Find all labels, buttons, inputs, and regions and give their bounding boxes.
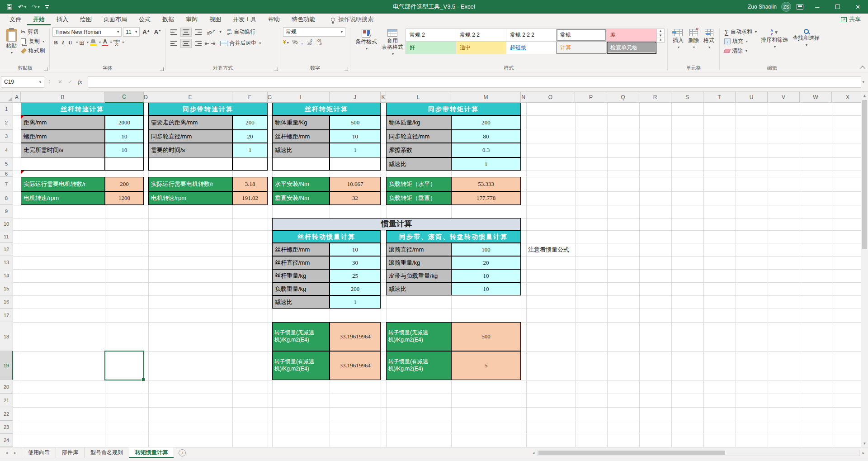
column-header-U[interactable]: U xyxy=(736,92,768,103)
menu-tab-特色功能[interactable]: 特色功能 xyxy=(286,14,321,25)
column-header-M[interactable]: M xyxy=(451,92,521,103)
ribbon-display-options-icon[interactable] xyxy=(797,4,803,10)
dialog-launcher-icon[interactable] xyxy=(344,67,348,71)
copy-button[interactable]: 复制▾ xyxy=(19,37,47,46)
sheet-nav-right-icon[interactable]: ▸ xyxy=(14,450,16,455)
column-header-C[interactable]: C xyxy=(105,92,144,103)
gallery-up-icon[interactable]: ▲ xyxy=(657,29,664,33)
row-header-5[interactable]: 5 xyxy=(0,157,13,171)
cell-L14[interactable]: 皮带与负载重量/kg xyxy=(386,269,451,282)
cell-E4[interactable]: 需要的时间/s xyxy=(148,143,232,157)
row-header-10[interactable]: 10 xyxy=(0,218,13,230)
menu-tab-视图[interactable]: 视图 xyxy=(203,14,227,25)
scroll-left-icon[interactable]: ◂ xyxy=(530,451,537,455)
minimize-button[interactable]: ─ xyxy=(807,0,827,14)
cell-O12[interactable]: 注意看惯量公式 xyxy=(528,243,604,256)
cell-M18[interactable]: 500 xyxy=(451,322,521,351)
cell-style-常规 2 2 2[interactable]: 常规 2 2 2 xyxy=(506,29,556,41)
row-header-3[interactable]: 3 xyxy=(0,130,13,143)
cell-J8[interactable]: 32 xyxy=(330,191,381,205)
avatar[interactable]: ZS xyxy=(781,2,791,12)
column-header-R[interactable]: R xyxy=(639,92,671,103)
redo-icon[interactable]: ↷▾ xyxy=(32,3,40,10)
format-as-table-button[interactable]: 套用 表格格式 ▾ xyxy=(379,27,406,58)
cell-I4[interactable]: 减速比 xyxy=(272,143,330,157)
sheet-nav-left-icon[interactable]: ◂ xyxy=(5,450,8,455)
cell-style-好[interactable]: 好 xyxy=(406,42,456,54)
cell-J18[interactable]: 33.19619964 xyxy=(330,322,381,351)
cell-B2[interactable]: 距离/mm xyxy=(21,115,105,130)
cell-style-常规 2 2[interactable]: 常规 2 2 xyxy=(456,29,506,41)
cell-J3[interactable]: 10 xyxy=(330,130,381,143)
cell-J13[interactable]: 30 xyxy=(330,256,381,269)
cell-I15[interactable]: 负载重量/kg xyxy=(272,282,330,295)
row-header-7[interactable]: 7 xyxy=(0,177,13,191)
underline-button[interactable]: U xyxy=(67,39,74,46)
align-bottom-icon[interactable] xyxy=(193,28,203,37)
sheet-tab-部件库[interactable]: 部件库 xyxy=(56,447,85,458)
menu-tab-页面布局[interactable]: 页面布局 xyxy=(98,14,133,25)
customize-toolbar-icon[interactable]: ▾ xyxy=(45,5,49,9)
orientation-icon[interactable]: ab↗ xyxy=(205,28,217,37)
row-header-21[interactable]: 21 xyxy=(0,394,13,407)
font-size-select[interactable]: 11▾ xyxy=(123,27,140,37)
align-middle-icon[interactable] xyxy=(180,28,192,37)
select-all-button[interactable] xyxy=(0,92,13,103)
sheet-tab-转矩惯量计算[interactable]: 转矩惯量计算 xyxy=(129,447,174,458)
comma-icon[interactable]: , xyxy=(301,38,303,45)
scroll-down-icon[interactable]: ▼ xyxy=(861,440,868,447)
column-header-Q[interactable]: Q xyxy=(607,92,639,103)
column-header-V[interactable]: V xyxy=(768,92,800,103)
column-header-S[interactable]: S xyxy=(671,92,703,103)
paste-button[interactable]: 粘贴 ▾ xyxy=(4,27,19,57)
cell-C8[interactable]: 1200 xyxy=(105,191,144,205)
cell-M19[interactable]: 5 xyxy=(451,351,521,380)
dialog-launcher-icon[interactable] xyxy=(160,67,164,71)
cell-F5[interactable] xyxy=(232,157,268,171)
row-header-9[interactable]: 9 xyxy=(0,205,13,218)
sort-filter-button[interactable]: AZ▼ 排序和筛选 ▾ xyxy=(759,27,790,51)
confirm-entry-icon[interactable]: ✓ xyxy=(68,79,72,85)
fill-button[interactable]: ↓填充▾ xyxy=(722,37,759,46)
vertical-scrollbar[interactable]: ▲ ▼ xyxy=(861,92,868,447)
row-header-8[interactable]: 8 xyxy=(0,191,13,205)
cell-style-常规 2[interactable]: 常规 2 xyxy=(406,29,456,41)
column-header-O[interactable]: O xyxy=(526,92,575,103)
cell-I14[interactable]: 丝杆重量/kg xyxy=(272,269,330,282)
cell-B8[interactable]: 电机转速/rpm xyxy=(21,191,105,205)
cell-M13[interactable]: 20 xyxy=(451,256,521,269)
cell-J14[interactable]: 25 xyxy=(330,269,381,282)
name-box[interactable]: C19▾ xyxy=(1,76,44,88)
cell-B5[interactable] xyxy=(21,157,105,171)
dialog-launcher-icon[interactable] xyxy=(44,67,47,71)
row-header-15[interactable]: 15 xyxy=(0,282,13,295)
formula-bar-handle[interactable]: ⋮ xyxy=(47,79,52,85)
cell-E7[interactable]: 实际运行需要电机转数/r xyxy=(148,177,232,191)
conditional-format-button[interactable]: 条件格式 ▾ xyxy=(353,27,379,52)
cell-M7[interactable]: 53.333 xyxy=(451,177,521,191)
sheet-tab-型号命名规则[interactable]: 型号命名规则 xyxy=(85,447,129,458)
number-format-select[interactable]: 常规▾ xyxy=(283,27,345,37)
column-header-P[interactable]: P xyxy=(575,92,607,103)
cell-M12[interactable]: 100 xyxy=(451,243,521,256)
sheet-tab-使用向导[interactable]: 使用向导 xyxy=(22,447,56,458)
cell-E3[interactable]: 同步轮直径/mm xyxy=(148,130,232,143)
align-right-icon[interactable] xyxy=(193,39,203,48)
cell-I3[interactable]: 丝杆螺距/mm xyxy=(272,130,330,143)
save-icon[interactable] xyxy=(6,4,13,10)
scroll-up-icon[interactable]: ▲ xyxy=(861,92,868,99)
format-painter-button[interactable]: 格式刷 xyxy=(19,46,47,56)
cell-C7[interactable]: 200 xyxy=(105,177,144,191)
column-header-T[interactable]: T xyxy=(703,92,736,103)
row-header-13[interactable]: 13 xyxy=(0,256,13,269)
percent-icon[interactable]: % xyxy=(292,38,298,45)
gallery-expand-icon[interactable]: ⇟ xyxy=(657,38,664,43)
cell-L4[interactable]: 摩擦系数 xyxy=(386,143,451,157)
accounting-format-icon[interactable]: ¥▾ xyxy=(283,39,289,45)
decrease-font-icon[interactable]: A▼ xyxy=(153,29,163,35)
cell-I8[interactable]: 垂直安装/Nm xyxy=(272,191,330,205)
row-header-20[interactable]: 20 xyxy=(0,380,13,394)
cell-J2[interactable]: 500 xyxy=(330,115,381,130)
menu-tab-绘图[interactable]: 绘图 xyxy=(74,14,98,25)
insert-function-icon[interactable]: fx xyxy=(78,78,82,86)
